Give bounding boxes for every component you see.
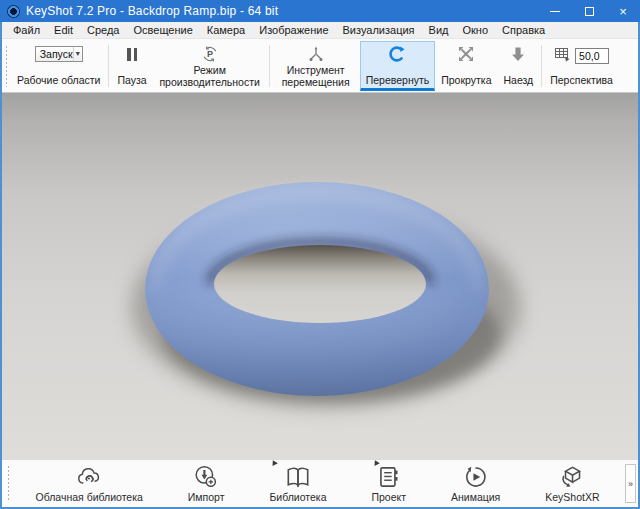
perspective-grid-icon xyxy=(554,46,571,66)
cloud-library-icon xyxy=(75,464,103,490)
move-tool-icon xyxy=(307,44,325,64)
ribbon-drag-handle[interactable] xyxy=(6,465,11,502)
import-button[interactable]: Импорт xyxy=(184,464,229,503)
perspective-label: Перспектива xyxy=(550,74,613,86)
keyshotxr-icon xyxy=(558,464,586,490)
keyshotxr-button[interactable]: KeyShotXR xyxy=(541,464,603,503)
window-title: KeyShot 7.2 Pro - Backdrop Ramp.bip - 64… xyxy=(26,4,278,18)
render-viewport[interactable] xyxy=(2,93,638,459)
close-icon: × xyxy=(619,5,627,18)
library-icon xyxy=(284,464,312,490)
minimize-button[interactable] xyxy=(538,0,572,22)
tumble-icon xyxy=(387,44,407,64)
pan-icon xyxy=(457,44,475,64)
menu-bar: Файл Edit Среда Освещение Камера Изображ… xyxy=(2,22,638,38)
workspace-dropdown-value: Запуск xyxy=(36,48,73,60)
maximize-icon xyxy=(585,7,594,16)
bottom-ribbon: Облачная библиотека Импорт xyxy=(2,459,638,507)
menu-camera[interactable]: Камера xyxy=(200,22,252,38)
perspective-group: Перспектива xyxy=(544,41,619,91)
project-button[interactable]: Проект xyxy=(367,464,410,503)
performance-mode-button[interactable]: P Режим производительности xyxy=(153,41,267,91)
svg-text:P: P xyxy=(207,49,213,59)
menu-file[interactable]: Файл xyxy=(6,22,47,38)
perspective-value-input[interactable] xyxy=(575,48,609,64)
pause-button[interactable]: Пауза xyxy=(111,41,152,91)
project-icon xyxy=(375,464,403,490)
pan-button[interactable]: Прокрутка xyxy=(435,41,497,91)
close-button[interactable]: × xyxy=(606,0,640,22)
main-toolbar: Запуск ▾ Рабочие области Пауза P xyxy=(2,38,638,93)
toolbar-separator xyxy=(108,45,109,87)
ribbon-overflow-button[interactable]: » xyxy=(625,464,636,503)
menu-render[interactable]: Визуализация xyxy=(336,22,422,38)
dolly-button[interactable]: Наезд xyxy=(497,41,539,91)
toolbar-separator xyxy=(269,45,270,87)
cloud-library-button[interactable]: Облачная библиотека xyxy=(31,464,146,503)
dolly-icon xyxy=(510,44,526,64)
minimize-icon xyxy=(550,11,560,12)
maximize-button[interactable] xyxy=(572,0,606,22)
panel-open-marker xyxy=(271,459,279,466)
menu-help[interactable]: Справка xyxy=(495,22,552,38)
menu-lighting[interactable]: Освещение xyxy=(127,22,200,38)
menu-window[interactable]: Окно xyxy=(455,22,495,38)
animation-button[interactable]: Анимация xyxy=(447,464,504,503)
double-chevron-icon: » xyxy=(628,479,633,489)
toolbar-separator xyxy=(541,45,542,87)
torus-render xyxy=(2,93,638,459)
menu-image[interactable]: Изображение xyxy=(252,22,335,38)
app-window: KeyShot 7.2 Pro - Backdrop Ramp.bip - 64… xyxy=(0,0,640,509)
menu-environment[interactable]: Среда xyxy=(80,22,126,38)
chevron-down-icon: ▾ xyxy=(73,47,82,61)
workspaces-group: Запуск ▾ Рабочие области xyxy=(11,41,106,91)
tumble-button[interactable]: Перевернуть xyxy=(360,41,436,91)
menu-edit[interactable]: Edit xyxy=(47,22,80,38)
window-frame: Файл Edit Среда Освещение Камера Изображ… xyxy=(0,22,640,509)
import-icon xyxy=(192,464,220,490)
library-button[interactable]: Библиотека xyxy=(265,464,330,503)
toolbar-drag-handle[interactable] xyxy=(4,45,9,87)
move-tool-button[interactable]: Инструмент перемещения xyxy=(272,41,360,91)
workspaces-label: Рабочие области xyxy=(17,74,100,86)
menu-view[interactable]: Вид xyxy=(422,22,456,38)
performance-mode-icon: P xyxy=(201,44,219,64)
pause-icon xyxy=(127,48,137,61)
title-bar[interactable]: KeyShot 7.2 Pro - Backdrop Ramp.bip - 64… xyxy=(0,0,640,22)
keyshot-logo-icon xyxy=(7,5,20,18)
workspace-dropdown[interactable]: Запуск ▾ xyxy=(35,46,83,62)
animation-icon xyxy=(462,464,490,490)
